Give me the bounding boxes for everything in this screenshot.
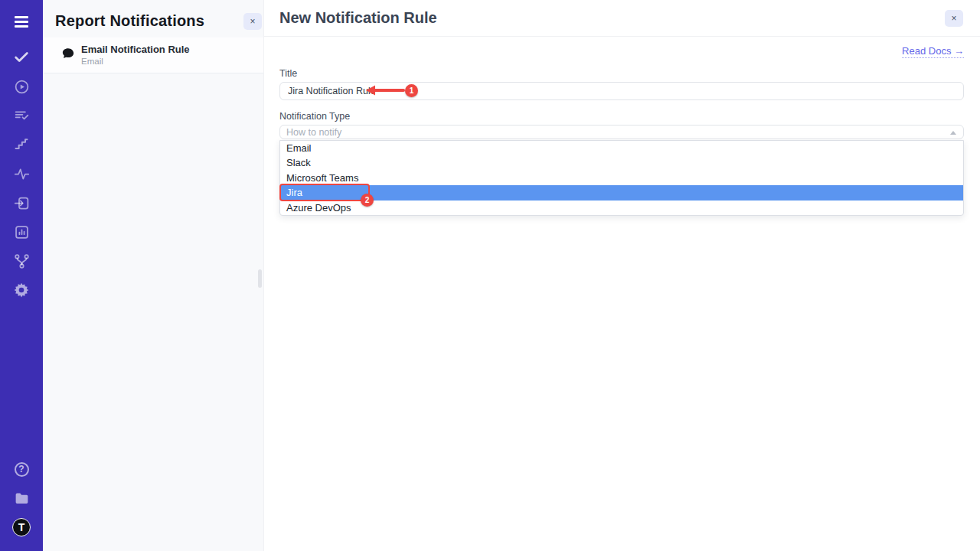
menu-icon[interactable]: [0, 0, 43, 43]
page-title: New Notification Rule: [279, 9, 437, 27]
dropdown-option-email[interactable]: Email: [280, 141, 963, 155]
activity-icon[interactable]: [0, 159, 43, 188]
run-list-icon[interactable]: [0, 101, 43, 130]
main-content: New Notification Rule × Read Docs → Titl…: [264, 0, 980, 551]
brand-logo-icon[interactable]: T: [0, 513, 43, 542]
title-input-wrap: 1: [279, 82, 964, 100]
fork-icon[interactable]: [0, 246, 43, 276]
steps-icon[interactable]: [0, 130, 43, 159]
docs-row: Read Docs →: [279, 44, 964, 57]
panel-scrollbar-thumb[interactable]: [258, 269, 262, 288]
reports-chart-icon[interactable]: [0, 217, 43, 246]
dropdown-option-msteams[interactable]: Microsoft Teams: [280, 171, 963, 185]
list-item-texts: Email Notification Rule Email: [81, 44, 190, 66]
drawer-close-button[interactable]: ×: [945, 10, 963, 27]
notification-type-dropdown: Email Slack Microsoft Teams Jira Azure D…: [279, 140, 964, 216]
panel-title: Report Notifications: [55, 12, 204, 30]
type-field-label: Notification Type: [279, 111, 964, 122]
read-docs-link[interactable]: Read Docs →: [902, 45, 964, 58]
title-field-label: Title: [279, 68, 964, 79]
title-input[interactable]: [279, 82, 964, 100]
list-item-subtitle: Email: [81, 57, 190, 66]
new-rule-form: Read Docs → Title 1 Notification Type Ho…: [264, 37, 980, 216]
dropdown-option-jira[interactable]: Jira: [280, 185, 963, 200]
help-icon[interactable]: ?: [0, 455, 43, 484]
notification-rule-list-item[interactable]: Email Notification Rule Email: [43, 37, 263, 73]
speech-bubble-icon: [61, 47, 75, 64]
check-icon[interactable]: [0, 43, 43, 72]
annotation-badge-1: 1: [405, 84, 418, 97]
main-header: New Notification Rule ×: [264, 0, 980, 37]
sign-in-icon[interactable]: [0, 188, 43, 217]
app-root: ? T Report Notifications × E: [0, 0, 980, 551]
sidebar-rail: ? T: [0, 0, 43, 551]
help-glyph: ?: [15, 462, 29, 477]
list-item-title: Email Notification Rule: [81, 44, 190, 55]
dropdown-option-azure[interactable]: Azure DevOps: [280, 201, 963, 215]
play-circle-icon[interactable]: [0, 72, 43, 101]
notification-type-select[interactable]: How to notify: [279, 125, 964, 139]
folder-icon[interactable]: [0, 484, 43, 513]
settings-gear-icon[interactable]: [0, 276, 43, 305]
panel-header: Report Notifications ×: [43, 0, 263, 37]
panel-close-button[interactable]: ×: [243, 13, 262, 30]
logo-letter: T: [12, 518, 31, 536]
select-placeholder: How to notify: [286, 127, 341, 138]
rail-bottom-group: ? T: [0, 455, 43, 551]
report-notifications-panel: Report Notifications × Email Notificatio…: [43, 0, 264, 551]
dropdown-option-slack[interactable]: Slack: [280, 155, 963, 170]
caret-up-icon: [950, 131, 956, 135]
